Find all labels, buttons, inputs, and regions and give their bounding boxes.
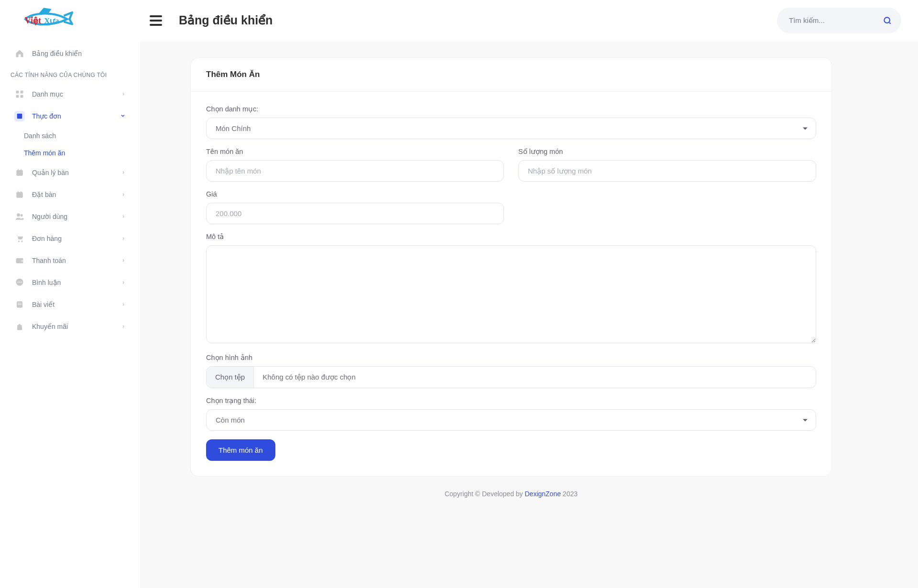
sidebar-label: Người dùng: [32, 213, 121, 220]
image-file-input[interactable]: Chọn tệp Không có tệp nào được chọn: [206, 366, 816, 388]
svg-point-20: [18, 282, 19, 283]
sidebar-label: Quản lý bàn: [32, 169, 121, 176]
chevron-right-icon: [121, 213, 126, 220]
sidebar-label: Thực đơn: [32, 112, 120, 120]
chevron-right-icon: [121, 235, 126, 242]
footer-after: 2023: [561, 490, 578, 498]
svg-point-26: [884, 17, 890, 23]
wallet-icon: [14, 255, 25, 266]
chevron-right-icon: [121, 323, 126, 330]
chevron-right-icon: [121, 257, 126, 264]
logo[interactable]: Việt Xưa: [0, 0, 140, 35]
svg-point-13: [17, 213, 20, 217]
sidebar-item-orders[interactable]: Đơn hàng: [0, 228, 140, 250]
svg-rect-4: [21, 91, 23, 94]
svg-rect-12: [21, 191, 22, 193]
sidebar-item-category[interactable]: Danh mục: [0, 83, 140, 105]
sidebar-label: Đặt bàn: [32, 191, 121, 198]
search-box[interactable]: [777, 8, 901, 33]
home-icon: [14, 48, 25, 59]
price-label: Giá: [206, 190, 504, 198]
svg-rect-18: [21, 260, 23, 261]
document-icon: [14, 111, 25, 121]
desc-label: Mô tả: [206, 233, 816, 240]
name-label: Tên món ăn: [206, 148, 504, 155]
sidebar-item-dashboard[interactable]: Bảng điều khiển: [0, 43, 140, 65]
category-select[interactable]: Món Chính: [206, 118, 816, 139]
svg-point-22: [21, 282, 22, 283]
svg-point-14: [21, 214, 23, 217]
calendar-icon: [14, 189, 25, 200]
svg-rect-3: [16, 91, 19, 94]
post-icon: [14, 299, 25, 310]
svg-point-16: [21, 240, 22, 242]
chevron-right-icon: [121, 191, 126, 198]
sidebar-label: Bảng điều khiển: [32, 50, 126, 57]
sidebar-label: Thanh toán: [32, 257, 121, 264]
footer-link[interactable]: DexignZone: [525, 490, 561, 498]
svg-rect-7: [16, 170, 23, 176]
category-label: Chọn danh mục:: [206, 105, 816, 113]
chevron-right-icon: [121, 301, 126, 308]
sidebar-item-payments[interactable]: Thanh toán: [0, 250, 140, 272]
file-placeholder: Không có tệp nào được chọn: [254, 367, 816, 388]
search-input[interactable]: [789, 16, 882, 24]
svg-rect-11: [18, 191, 19, 193]
page-title: Bảng điều khiển: [179, 13, 777, 27]
sidebar-item-tables[interactable]: Quản lý bàn: [0, 162, 140, 184]
add-food-card: Thêm Món Ăn Chọn danh mục: Món Chính: [190, 57, 832, 477]
grid-icon: [14, 89, 25, 99]
desc-input[interactable]: [206, 245, 816, 343]
sidebar-subitem-add[interactable]: Thêm món ăn: [0, 144, 140, 162]
svg-rect-25: [18, 304, 22, 305]
file-button[interactable]: Chọn tệp: [207, 367, 254, 388]
users-icon: [14, 211, 25, 222]
sidebar-item-promotions[interactable]: Khuyến mãi: [0, 316, 140, 338]
status-select[interactable]: Còn món: [206, 409, 816, 431]
svg-text:Xưa: Xưa: [44, 16, 59, 25]
svg-rect-5: [16, 95, 19, 98]
chevron-right-icon: [121, 90, 126, 98]
card-title: Thêm Món Ăn: [206, 70, 816, 79]
image-label: Chọn hình ảnh: [206, 354, 816, 361]
name-input[interactable]: [206, 160, 504, 182]
price-input[interactable]: [206, 203, 504, 224]
svg-rect-24: [18, 303, 22, 304]
sidebar-item-posts[interactable]: Bài viết: [0, 294, 140, 316]
footer: Copyright © Developed by DexignZone 2023: [190, 477, 832, 508]
nav-menu: Bảng điều khiển CÁC TÍNH NĂNG CỦA CHÚNG …: [0, 35, 140, 345]
sidebar-item-comments[interactable]: Bình luận: [0, 272, 140, 294]
svg-rect-8: [18, 169, 19, 171]
search-icon[interactable]: [882, 15, 893, 26]
qty-input[interactable]: [518, 160, 816, 182]
sidebar-subitem-list[interactable]: Danh sách: [0, 127, 140, 144]
submit-button[interactable]: Thêm món ăn: [206, 439, 275, 461]
sidebar: Việt Xưa Bảng điều khiển CÁC TÍNH NĂNG C…: [0, 0, 140, 588]
sidebar-label: Danh mục: [32, 90, 121, 98]
hamburger-icon[interactable]: [150, 15, 162, 26]
content: Thêm Món Ăn Chọn danh mục: Món Chính: [140, 41, 918, 588]
chevron-right-icon: [121, 279, 126, 286]
svg-point-15: [18, 240, 20, 242]
svg-rect-10: [16, 192, 23, 198]
qty-label: Số lượng món: [518, 148, 816, 155]
status-label: Chọn trạng thái:: [206, 397, 816, 404]
sidebar-label: Khuyến mãi: [32, 323, 121, 330]
header: Bảng điều khiển: [140, 0, 918, 41]
chevron-right-icon: [121, 169, 126, 176]
card-header: Thêm Món Ăn: [191, 58, 831, 92]
sidebar-label: Đơn hàng: [32, 235, 121, 242]
chevron-down-icon: [120, 112, 126, 120]
svg-rect-6: [21, 95, 23, 98]
bag-icon: [14, 321, 25, 332]
sidebar-label: Bài viết: [32, 301, 121, 308]
svg-text:Việt: Việt: [25, 16, 42, 25]
footer-before: Copyright © Developed by: [445, 490, 525, 498]
sidebar-item-users[interactable]: Người dùng: [0, 206, 140, 228]
sidebar-label: Bình luận: [32, 279, 121, 286]
sidebar-item-menu[interactable]: Thực đơn: [0, 105, 140, 127]
cart-icon: [14, 233, 25, 244]
sidebar-section-title: CÁC TÍNH NĂNG CỦA CHÚNG TÔI: [0, 65, 140, 83]
svg-rect-9: [21, 169, 22, 171]
sidebar-item-booking[interactable]: Đặt bàn: [0, 184, 140, 206]
